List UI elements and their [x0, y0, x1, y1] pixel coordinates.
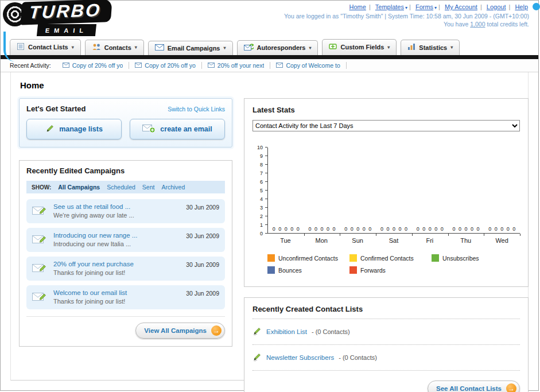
legend-item: Confirmed Contacts — [349, 254, 432, 262]
tab-label: Contacts — [104, 44, 131, 51]
legend-label: Forwards — [360, 267, 386, 274]
y-tick-mark — [265, 216, 267, 216]
filter-sent[interactable]: Sent — [142, 184, 155, 191]
dropdown-caret-icon: ▾ — [309, 45, 311, 51]
tab-autoresponders[interactable]: Autoresponders ▾ — [237, 40, 318, 55]
dropdown-caret-icon: ▾ — [72, 45, 74, 50]
campaign-row: Welcome to our email list Thanks for joi… — [26, 285, 225, 309]
legend-item: Forwards — [349, 266, 432, 274]
pencil-icon — [252, 352, 262, 363]
y-tick-mark — [265, 233, 267, 234]
recent-activity-label: Recent Activity: — [10, 62, 51, 69]
filter-all-campaigns[interactable]: All Campaigns — [58, 184, 100, 191]
campaign-title-link[interactable]: 20% off your next purchase — [53, 261, 174, 267]
tab-email-campaigns[interactable]: Email Campaigns ▾ — [148, 41, 233, 55]
y-tick-mark — [265, 156, 267, 156]
dropdown-caret-icon: ▾ — [450, 45, 453, 50]
filter-scheduled[interactable]: Scheduled — [107, 184, 135, 191]
y-tick-mark — [265, 224, 267, 225]
bar-value-labels: 0 0 0 0 0 — [484, 226, 520, 232]
autoresponder-icon — [244, 44, 254, 52]
see-all-contact-lists-label: See All Contact Lists — [436, 385, 502, 392]
see-all-contact-lists-button[interactable]: See All Contact Lists → — [428, 381, 520, 392]
y-tick-label: 7 — [252, 170, 263, 176]
create-email-label: create an email — [160, 125, 212, 133]
logo-title-text: TURBO — [29, 0, 102, 22]
legend-swatch — [349, 266, 357, 274]
dropdown-caret-icon: ▾ — [223, 45, 226, 51]
bar-value-labels: 0 0 0 0 0 — [412, 226, 448, 232]
link-forms[interactable]: Forms — [414, 3, 434, 10]
link-logout[interactable]: Logout — [485, 3, 507, 10]
contact-list-link[interactable]: Newsletter Subscribers — [266, 354, 334, 361]
campaign-subtitle: Introducing our new Italia ... — [53, 240, 174, 247]
show-label: SHOW: — [32, 184, 51, 191]
link-separator: | — [367, 3, 372, 10]
bar-value-labels: 0 0 0 0 0 — [340, 226, 376, 232]
legend-label: Unconfirmed Contacts — [278, 255, 338, 262]
chart-y-axis: 012345678910 — [252, 148, 267, 234]
legend-label: Unsubscribes — [442, 255, 479, 262]
credits-amount-link[interactable]: 1,000 — [470, 21, 485, 28]
manage-lists-label: manage lists — [59, 125, 103, 133]
dropdown-caret-icon: ▾ — [387, 45, 390, 50]
recent-activity-item[interactable]: Copy of 20% off yo — [129, 62, 202, 69]
contact-list-detail: - (0 Contacts) — [312, 328, 350, 335]
legend-item: Bounces — [267, 266, 349, 274]
y-tick-mark — [265, 181, 267, 182]
campaign-title-link[interactable]: See us at the retail food ... — [53, 203, 174, 210]
link-my-account[interactable]: My Account — [444, 3, 479, 10]
campaign-title-link[interactable]: Welcome to our email list — [53, 289, 174, 296]
activity-item-label: 20% off your next — [217, 62, 265, 69]
y-tick-label: 4 — [252, 196, 263, 202]
contact-list-link[interactable]: Exhibition List — [266, 328, 307, 335]
bar-value-labels: 0 0 0 0 0 — [448, 226, 484, 232]
header-right: Home| Templates▾| Forms▾| My Account| Lo… — [284, 3, 529, 28]
get-started-panel: Let's Get Started Switch to Quick Links … — [19, 98, 232, 148]
tab-contact-lists[interactable]: Contact Lists ▾ — [10, 39, 81, 55]
campaign-row: Introducing our new range ... Introducin… — [26, 228, 225, 252]
y-tick-label: 6 — [252, 179, 263, 185]
legend-item: Unconfirmed Contacts — [267, 254, 349, 262]
legend-label: Bounces — [278, 267, 302, 274]
recent-activity-item[interactable]: Copy of 20% off yo — [57, 62, 130, 69]
filter-archived[interactable]: Archived — [161, 184, 185, 191]
campaign-row: See us at the retail food ... We're givi… — [26, 199, 225, 223]
stats-period-select[interactable]: Contact Activity for the Last 7 Days — [252, 120, 520, 131]
envelope-icon — [155, 44, 164, 52]
app-window: TURBO EMAIL Home| Templates▾| Forms▾| My… — [0, 0, 539, 391]
chart-day-label: Fri — [411, 234, 448, 244]
link-templates[interactable]: Templates — [374, 3, 405, 10]
link-separator: | — [479, 3, 484, 10]
pencil-icon — [45, 124, 55, 135]
switch-quick-links[interactable]: Switch to Quick Links — [168, 106, 225, 112]
create-email-button[interactable]: create an email — [130, 119, 225, 139]
bar-value-labels: 0 0 0 0 0 — [376, 226, 412, 232]
y-tick-label: 2 — [252, 214, 263, 219]
legend-swatch — [349, 254, 357, 262]
recent-activity-item[interactable]: Copy of Welcome to — [270, 62, 346, 69]
link-help[interactable]: Help — [514, 3, 529, 10]
campaign-title-link[interactable]: Introducing our new range ... — [53, 232, 174, 239]
chart-legend: Unconfirmed ContactsConfirmed ContactsUn… — [267, 254, 520, 278]
legend-swatch — [267, 254, 275, 262]
logo-subtitle-text: EMAIL — [45, 27, 88, 34]
campaign-date: 30 Jun 2009 — [186, 232, 219, 239]
y-tick-mark — [265, 147, 267, 148]
tab-contacts[interactable]: Contacts ▾ — [85, 40, 144, 55]
chart-day-label: Tue — [267, 234, 304, 244]
chart-day-label: Sun — [340, 234, 376, 244]
divider — [252, 370, 520, 371]
link-home[interactable]: Home — [348, 3, 367, 10]
campaign-envelope-pencil-icon — [32, 203, 48, 219]
contact-list-row: Exhibition List - (0 Contacts) — [252, 324, 520, 339]
chart-bar-group: 0 0 0 0 0 — [412, 148, 448, 233]
recent-contact-lists-panel: Recently Created Contact Lists Exhibitio… — [244, 297, 529, 392]
tab-custom-fields[interactable]: Custom Fields ▾ — [322, 39, 397, 55]
manage-lists-button[interactable]: manage lists — [26, 119, 122, 139]
tab-statistics[interactable]: Statistics ▾ — [401, 40, 460, 55]
recent-activity-item[interactable]: 20% off your next — [202, 62, 271, 69]
view-all-campaigns-button[interactable]: View All Campaigns → — [135, 323, 225, 339]
envelope-icon — [135, 62, 142, 69]
chart-day-label: Sat — [376, 234, 412, 244]
